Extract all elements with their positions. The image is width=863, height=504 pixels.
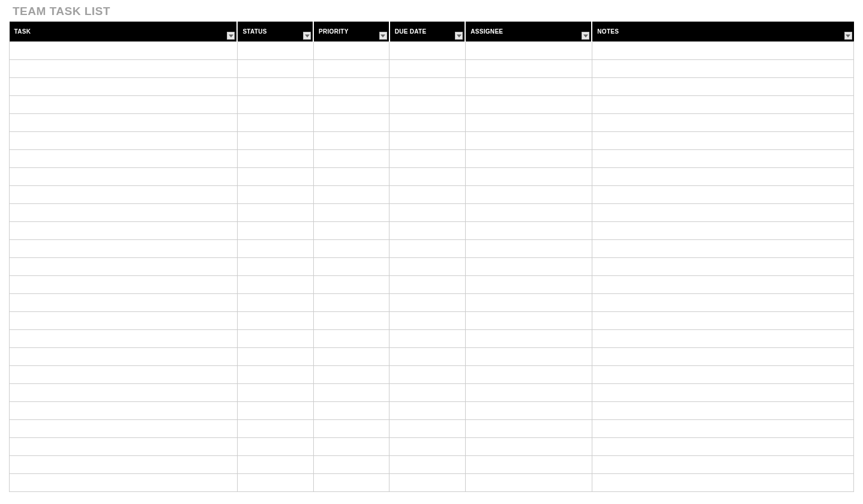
cell-priority[interactable] xyxy=(313,384,389,402)
cell-due_date[interactable] xyxy=(389,222,466,240)
cell-task[interactable] xyxy=(10,312,238,330)
cell-notes[interactable] xyxy=(592,204,853,222)
cell-status[interactable] xyxy=(237,366,313,384)
cell-status[interactable] xyxy=(237,204,313,222)
cell-due_date[interactable] xyxy=(389,168,466,186)
cell-notes[interactable] xyxy=(592,60,853,78)
cell-assignee[interactable] xyxy=(465,348,592,366)
cell-assignee[interactable] xyxy=(465,276,592,294)
cell-priority[interactable] xyxy=(313,366,389,384)
cell-notes[interactable] xyxy=(592,330,853,348)
cell-priority[interactable] xyxy=(313,312,389,330)
cell-status[interactable] xyxy=(237,438,313,456)
cell-due_date[interactable] xyxy=(389,438,466,456)
cell-priority[interactable] xyxy=(313,222,389,240)
cell-assignee[interactable] xyxy=(465,114,592,132)
cell-status[interactable] xyxy=(237,240,313,258)
cell-notes[interactable] xyxy=(592,186,853,204)
cell-priority[interactable] xyxy=(313,330,389,348)
cell-task[interactable] xyxy=(10,42,238,60)
cell-task[interactable] xyxy=(10,78,238,96)
cell-status[interactable] xyxy=(237,150,313,168)
cell-due_date[interactable] xyxy=(389,276,466,294)
filter-button-notes[interactable] xyxy=(844,32,852,40)
cell-notes[interactable] xyxy=(592,78,853,96)
cell-task[interactable] xyxy=(10,438,238,456)
cell-due_date[interactable] xyxy=(389,456,466,474)
cell-assignee[interactable] xyxy=(465,330,592,348)
cell-priority[interactable] xyxy=(313,438,389,456)
cell-priority[interactable] xyxy=(313,204,389,222)
cell-notes[interactable] xyxy=(592,114,853,132)
cell-assignee[interactable] xyxy=(465,150,592,168)
cell-due_date[interactable] xyxy=(389,258,466,276)
cell-assignee[interactable] xyxy=(465,42,592,60)
cell-notes[interactable] xyxy=(592,420,853,438)
cell-task[interactable] xyxy=(10,456,238,474)
cell-status[interactable] xyxy=(237,222,313,240)
cell-notes[interactable] xyxy=(592,348,853,366)
cell-status[interactable] xyxy=(237,78,313,96)
cell-assignee[interactable] xyxy=(465,96,592,114)
cell-assignee[interactable] xyxy=(465,168,592,186)
cell-task[interactable] xyxy=(10,330,238,348)
cell-task[interactable] xyxy=(10,168,238,186)
cell-task[interactable] xyxy=(10,240,238,258)
cell-task[interactable] xyxy=(10,60,238,78)
cell-priority[interactable] xyxy=(313,240,389,258)
cell-priority[interactable] xyxy=(313,402,389,420)
cell-status[interactable] xyxy=(237,348,313,366)
cell-due_date[interactable] xyxy=(389,78,466,96)
cell-task[interactable] xyxy=(10,204,238,222)
cell-notes[interactable] xyxy=(592,132,853,150)
cell-notes[interactable] xyxy=(592,294,853,312)
cell-due_date[interactable] xyxy=(389,60,466,78)
cell-status[interactable] xyxy=(237,114,313,132)
cell-due_date[interactable] xyxy=(389,420,466,438)
cell-priority[interactable] xyxy=(313,42,389,60)
cell-priority[interactable] xyxy=(313,96,389,114)
cell-due_date[interactable] xyxy=(389,330,466,348)
cell-status[interactable] xyxy=(237,456,313,474)
cell-status[interactable] xyxy=(237,420,313,438)
cell-notes[interactable] xyxy=(592,42,853,60)
cell-due_date[interactable] xyxy=(389,474,466,492)
cell-status[interactable] xyxy=(237,276,313,294)
cell-priority[interactable] xyxy=(313,60,389,78)
cell-priority[interactable] xyxy=(313,132,389,150)
cell-task[interactable] xyxy=(10,150,238,168)
cell-notes[interactable] xyxy=(592,456,853,474)
cell-task[interactable] xyxy=(10,222,238,240)
cell-assignee[interactable] xyxy=(465,222,592,240)
cell-due_date[interactable] xyxy=(389,204,466,222)
cell-status[interactable] xyxy=(237,132,313,150)
cell-priority[interactable] xyxy=(313,258,389,276)
cell-status[interactable] xyxy=(237,186,313,204)
cell-status[interactable] xyxy=(237,384,313,402)
cell-assignee[interactable] xyxy=(465,456,592,474)
cell-assignee[interactable] xyxy=(465,132,592,150)
cell-notes[interactable] xyxy=(592,402,853,420)
cell-assignee[interactable] xyxy=(465,60,592,78)
cell-due_date[interactable] xyxy=(389,240,466,258)
cell-due_date[interactable] xyxy=(389,366,466,384)
cell-notes[interactable] xyxy=(592,276,853,294)
cell-assignee[interactable] xyxy=(465,312,592,330)
cell-assignee[interactable] xyxy=(465,186,592,204)
cell-notes[interactable] xyxy=(592,150,853,168)
cell-notes[interactable] xyxy=(592,312,853,330)
cell-status[interactable] xyxy=(237,474,313,492)
cell-status[interactable] xyxy=(237,42,313,60)
filter-button-task[interactable] xyxy=(227,32,235,40)
cell-status[interactable] xyxy=(237,168,313,186)
cell-assignee[interactable] xyxy=(465,402,592,420)
cell-notes[interactable] xyxy=(592,384,853,402)
cell-due_date[interactable] xyxy=(389,42,466,60)
cell-assignee[interactable] xyxy=(465,78,592,96)
cell-task[interactable] xyxy=(10,420,238,438)
cell-due_date[interactable] xyxy=(389,312,466,330)
cell-status[interactable] xyxy=(237,96,313,114)
cell-status[interactable] xyxy=(237,60,313,78)
cell-assignee[interactable] xyxy=(465,366,592,384)
cell-priority[interactable] xyxy=(313,474,389,492)
